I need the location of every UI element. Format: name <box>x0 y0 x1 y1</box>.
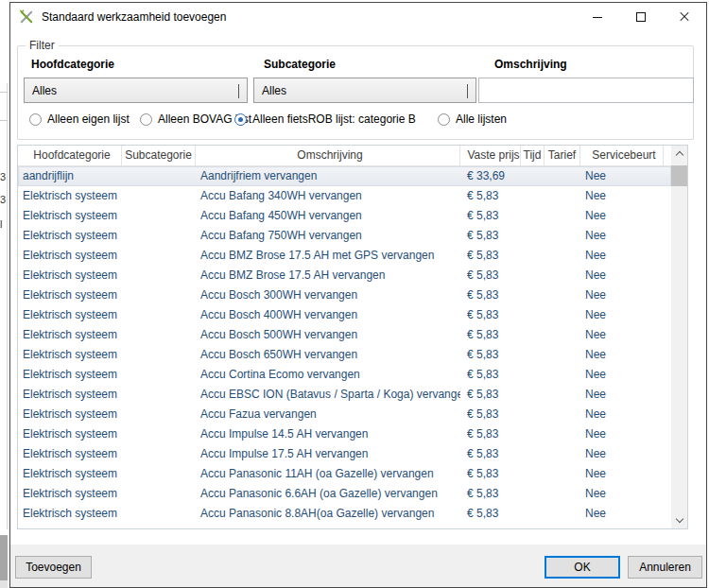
table-cell: Elektrisch systeem <box>18 246 122 266</box>
chevron-up-icon <box>675 151 683 159</box>
hoofdcategorie-select[interactable]: Alles <box>24 78 248 103</box>
table-row[interactable]: Elektrisch systeemAccu Bafang 750WH verv… <box>18 226 671 246</box>
maximize-icon <box>636 12 646 22</box>
radio-label: Alle lijsten <box>456 112 507 126</box>
table-cell <box>122 424 196 444</box>
table-row[interactable]: Elektrisch systeemAccu Bafang 340WH verv… <box>18 186 671 206</box>
table-cell: Nee <box>580 365 664 385</box>
table-cell <box>122 246 196 266</box>
table-cell: Elektrisch systeem <box>18 325 122 345</box>
table-cell-blank <box>664 424 671 444</box>
maximize-button[interactable] <box>619 3 663 31</box>
table-cell: € 5,83 <box>460 325 521 345</box>
table-cell <box>122 464 196 484</box>
table-cell: Accu Bafang 450WH vervangen <box>196 206 460 226</box>
table-cell: Accu EBSC ION (Batavus / Sparta / Koga) … <box>196 385 460 405</box>
table-row[interactable]: Elektrisch systeemAccu Bosch 500WH verva… <box>18 325 671 345</box>
table-cell <box>521 444 545 464</box>
table-cell: Elektrisch systeem <box>18 285 122 305</box>
table-row[interactable]: Elektrisch systeemAccu Bosch 400WH verva… <box>18 305 671 325</box>
ok-button[interactable]: OK <box>545 556 620 579</box>
table-cell: Accu Bosch 400WH vervangen <box>196 305 460 325</box>
table-scrollbar[interactable] <box>671 146 687 528</box>
table-cell: Nee <box>580 166 664 186</box>
table-cell <box>521 345 545 365</box>
table-row[interactable]: Elektrisch systeemAccu BMZ Brose 17.5 AH… <box>18 246 671 266</box>
table-cell: Nee <box>580 484 664 504</box>
table-row[interactable]: aandrijflijnAandrijfriem vervangen€ 33,6… <box>18 166 671 186</box>
table-cell: Elektrisch systeem <box>18 345 122 365</box>
radio-option-2[interactable]: Alleen fietsROB lijst: categorie B <box>234 112 416 126</box>
annuleren-button[interactable]: Annuleren <box>628 556 702 579</box>
table-row[interactable]: Elektrisch systeemAccu Panasonic 11AH (o… <box>18 464 671 484</box>
table-row[interactable]: Elektrisch systeemAccu Bafang 450WH verv… <box>18 206 671 226</box>
table-row[interactable]: Elektrisch systeemAccu Panasonic 6.6AH (… <box>18 484 671 504</box>
scroll-up-button[interactable] <box>671 146 687 162</box>
close-icon <box>679 11 690 23</box>
table-cell: Nee <box>580 385 664 405</box>
table-cell <box>521 166 545 186</box>
table-row[interactable]: Elektrisch systeemAccu Bosch 650WH verva… <box>18 345 671 365</box>
background-window-border <box>7 83 8 529</box>
toevoegen-button[interactable]: Toevoegen <box>15 556 92 579</box>
table-row[interactable]: Elektrisch systeemAccu Impulse 17.5 AH v… <box>18 444 671 464</box>
table-cell: Nee <box>580 464 664 484</box>
subcategorie-label: Subcategorie <box>264 58 336 71</box>
table-row[interactable]: Elektrisch systeemAccu Cortina Ecomo ver… <box>18 365 671 385</box>
column-header-1[interactable]: Subcategorie <box>122 146 196 165</box>
table-cell <box>521 226 545 246</box>
column-header-3[interactable]: Vaste prijs <box>460 146 521 165</box>
scroll-down-button[interactable] <box>671 512 687 528</box>
radio-option-3[interactable]: Alle lijsten <box>438 112 507 126</box>
table-cell <box>122 385 196 405</box>
table-cell <box>521 484 545 504</box>
table-cell: Elektrisch systeem <box>18 206 122 226</box>
table-cell: Elektrisch systeem <box>18 226 122 246</box>
table-header: HoofdcategorieSubcategorieOmschrijvingVa… <box>18 146 671 166</box>
table-cell <box>545 504 580 524</box>
table-cell <box>545 206 580 226</box>
table-row[interactable]: Elektrisch systeemAccu Panasonic 8.8AH(o… <box>18 504 671 524</box>
radio-icon <box>438 113 450 126</box>
minimize-button[interactable] <box>576 3 619 31</box>
table-cell: € 5,83 <box>460 385 521 405</box>
table-cell: € 5,83 <box>460 484 521 504</box>
filter-legend: Filter <box>26 39 59 52</box>
radio-option-0[interactable]: Alleen eigen lijst <box>29 112 130 126</box>
hoofdcategorie-label: Hoofdcategorie <box>31 58 114 71</box>
table-cell: Nee <box>580 325 664 345</box>
table-cell: Elektrisch systeem <box>18 504 122 524</box>
table-cell <box>521 405 545 424</box>
table-cell <box>122 444 196 464</box>
table-cell: Elektrisch systeem <box>18 464 122 484</box>
subcategorie-select[interactable]: Alles <box>253 78 476 103</box>
omschrijving-input[interactable] <box>478 78 694 103</box>
table-cell <box>545 345 580 365</box>
column-header-2[interactable]: Omschrijving <box>196 146 460 165</box>
table-cell <box>521 504 545 524</box>
table-cell <box>545 166 580 186</box>
close-button[interactable] <box>663 3 706 31</box>
table-cell <box>545 266 580 285</box>
table-row[interactable]: Elektrisch systeemAccu Impulse 14.5 AH v… <box>18 424 671 444</box>
table-cell: Elektrisch systeem <box>18 186 122 206</box>
table-row[interactable]: Elektrisch systeemAccu BMZ Brose 17.5 AH… <box>18 266 671 285</box>
minimize-icon <box>593 17 602 18</box>
table-cell-blank <box>664 405 671 424</box>
table-cell: Elektrisch systeem <box>18 444 122 464</box>
column-header-0[interactable]: Hoofdcategorie <box>18 146 122 165</box>
table-cell <box>122 166 196 186</box>
scrollbar-thumb[interactable] <box>671 165 687 186</box>
table-cell: € 5,83 <box>460 345 521 365</box>
title-bar[interactable]: Standaard werkzaamheid toevoegen <box>10 3 706 31</box>
table-row[interactable]: Elektrisch systeemAccu Bosch 300WH verva… <box>18 285 671 305</box>
column-header-6[interactable]: Servicebeurt <box>580 146 664 165</box>
table-cell: Elektrisch systeem <box>18 424 122 444</box>
column-header-5[interactable]: Tarief <box>545 146 580 165</box>
table-row[interactable]: Elektrisch systeemAccu EBSC ION (Batavus… <box>18 385 671 405</box>
table-cell: Accu Impulse 17.5 AH vervangen <box>196 444 460 464</box>
column-header-4[interactable]: Tijd <box>521 146 545 165</box>
table-row[interactable]: Elektrisch systeemAccu Fazua vervangen€ … <box>18 405 671 424</box>
table-cell <box>122 186 196 206</box>
table-cell-blank <box>664 166 671 186</box>
